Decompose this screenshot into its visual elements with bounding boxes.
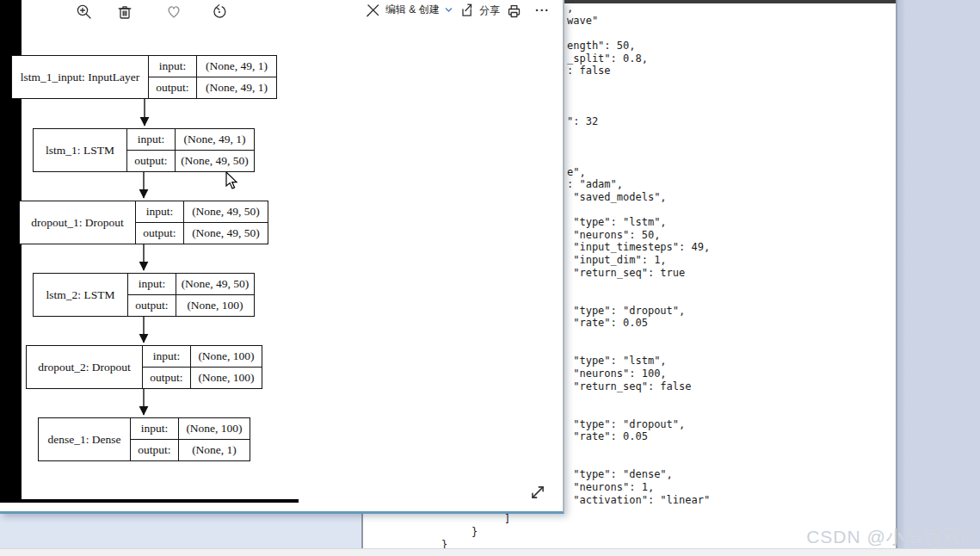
node-name: dropout_1: Dropout — [20, 201, 136, 244]
resize-diagonal-icon — [529, 484, 546, 501]
zoom-in-button[interactable] — [76, 3, 93, 21]
rotate-icon — [211, 3, 228, 21]
edit-create-icon — [366, 3, 380, 17]
node-output-shape: (None, 1) — [179, 440, 250, 461]
node-output-label: output: — [136, 223, 184, 244]
diagram-node-lstm-1: lstm_1: LSTM input: (None, 49, 1) output… — [33, 128, 255, 172]
diagram-node-dropout-2: dropout_2: Dropout input: (None, 100) ou… — [26, 345, 262, 389]
node-input-label: input: — [128, 274, 176, 295]
zoom-in-icon — [76, 3, 93, 21]
node-name: dropout_2: Dropout — [27, 346, 143, 388]
closing-brace: } — [472, 526, 478, 538]
delete-button[interactable] — [116, 3, 133, 21]
node-output-shape: (None, 49, 50) — [176, 151, 254, 172]
print-button[interactable] — [506, 3, 522, 19]
bottom-left-background-panel — [0, 514, 361, 548]
node-output-label: output: — [143, 368, 191, 389]
config-json-text: , wave" ength": 50, _split": 0.8, : fals… — [567, 2, 710, 506]
chevron-down-icon — [445, 7, 453, 13]
mouse-cursor — [225, 171, 241, 192]
node-input-label: input: — [131, 418, 179, 440]
photo-viewer-window: 编辑 & 创建 分享 — [0, 0, 564, 514]
node-input-shape: (None, 49, 50) — [184, 201, 268, 223]
diagram-node-dropout-1: dropout_1: Dropout input: (None, 49, 50)… — [19, 201, 268, 244]
node-input-shape: (None, 100) — [191, 346, 262, 368]
more-ellipsis-icon: ··· — [535, 3, 550, 17]
screen: , wave" ength": 50, _split": 0.8, : fals… — [0, 0, 980, 556]
diagram-node-input-layer: lstm_1_input: InputLayer input: (None, 4… — [11, 55, 277, 99]
node-name: lstm_2: LSTM — [34, 274, 128, 316]
node-output-label: output: — [127, 151, 176, 172]
node-name: lstm_1: LSTM — [34, 129, 127, 171]
share-icon — [459, 3, 474, 18]
csdn-watermark: CSDN @小马过河R — [806, 525, 976, 549]
expand-button[interactable] — [529, 484, 546, 501]
node-output-label: output: — [128, 295, 176, 317]
bottom-bar — [0, 548, 980, 556]
node-input-label: input: — [149, 56, 197, 77]
favorite-button[interactable] — [165, 3, 182, 20]
node-output-shape: (None, 49, 50) — [184, 223, 268, 244]
node-name: lstm_1_input: InputLayer — [12, 56, 149, 98]
rotate-button[interactable] — [211, 3, 228, 21]
node-input-shape: (None, 49, 1) — [176, 129, 254, 151]
diagram-node-lstm-2: lstm_2: LSTM input: (None, 49, 50) outpu… — [33, 273, 255, 317]
share-label: 分享 — [479, 3, 500, 18]
node-input-shape: (None, 100) — [179, 418, 250, 440]
node-output-shape: (None, 49, 1) — [197, 77, 276, 99]
node-name: dense_1: Dense — [39, 418, 131, 460]
node-input-shape: (None, 49, 50) — [176, 274, 254, 295]
printer-icon — [506, 3, 522, 19]
closing-bracket: ] — [504, 513, 510, 525]
node-output-label: output: — [131, 440, 179, 461]
node-output-shape: (None, 100) — [176, 295, 254, 317]
edit-create-label: 编辑 & 创建 — [385, 3, 440, 17]
node-output-label: output: — [149, 77, 197, 99]
diagram-node-dense-1: dense_1: Dense input: (None, 100) output… — [38, 417, 250, 461]
node-input-shape: (None, 49, 1) — [197, 56, 276, 77]
trash-icon — [116, 3, 133, 21]
heart-icon — [165, 3, 182, 20]
node-output-shape: (None, 100) — [191, 368, 262, 389]
node-input-label: input: — [127, 129, 176, 151]
node-input-label: input: — [143, 346, 191, 368]
edit-create-button[interactable]: 编辑 & 创建 — [366, 3, 453, 17]
photo-black-edge-bottom — [0, 499, 299, 503]
node-input-label: input: — [136, 201, 184, 223]
share-button[interactable]: 分享 — [459, 3, 500, 18]
right-background-panel — [897, 0, 980, 548]
more-button[interactable]: ··· — [535, 3, 550, 17]
